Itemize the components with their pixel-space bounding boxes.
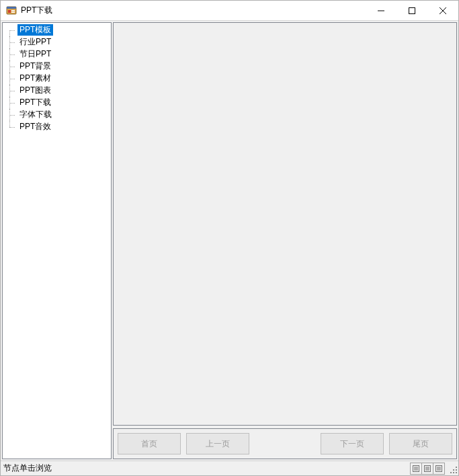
tree-item[interactable]: PPT下载 [3, 97, 111, 109]
tree-item[interactable]: PPT模板 [3, 24, 111, 36]
window-title: PPT下载 [21, 5, 52, 16]
title-bar[interactable]: PPT下载 [1, 1, 458, 21]
tree-item[interactable]: 节日PPT [3, 48, 111, 61]
svg-rect-3 [11, 10, 15, 11]
tree-item[interactable]: PPT图表 [3, 85, 111, 97]
prev-page-button[interactable]: 上一页 [186, 433, 249, 454]
minimize-button[interactable] [366, 1, 397, 21]
tree-item[interactable]: PPT背景 [3, 61, 111, 73]
tree-item-label: PPT下载 [17, 97, 53, 108]
svg-rect-2 [8, 10, 11, 13]
tree-connector [5, 36, 15, 48]
tree-item-label: PPT模板 [17, 24, 53, 36]
tree-item-label: PPT素材 [17, 73, 53, 84]
tree-item-label: 行业PPT [17, 36, 53, 48]
status-text: 节点单击浏览 [3, 463, 52, 474]
tree-connector [5, 85, 15, 97]
svg-line-7 [440, 7, 446, 14]
tree-connector [5, 61, 15, 73]
statusbar-cell-1 [410, 463, 422, 475]
status-bar: 节点单击浏览 [1, 461, 458, 475]
tree-item-label: 节日PPT [17, 48, 53, 60]
app-window: PPT下载 PPT模板行业PPT节日PPTPPT背景PPT素材PPT图表PPT下… [0, 0, 459, 476]
client-area: PPT模板行业PPT节日PPTPPT背景PPT素材PPT图表PPT下载字体下载P… [1, 21, 458, 461]
tree-item[interactable]: PPT音效 [3, 121, 111, 133]
tree-connector [5, 121, 15, 133]
tree-connector [5, 109, 15, 121]
svg-line-8 [440, 7, 446, 14]
content-area [113, 22, 457, 426]
statusbar-cell-3 [433, 463, 445, 475]
svg-rect-6 [409, 7, 415, 13]
first-page-button[interactable]: 首页 [118, 433, 181, 454]
tree-item[interactable]: 行业PPT [3, 36, 111, 48]
app-icon [6, 5, 17, 16]
next-page-button[interactable]: 下一页 [321, 433, 384, 454]
tree-connector [5, 48, 15, 61]
tree-item-label: 字体下载 [17, 109, 54, 120]
svg-rect-1 [7, 7, 16, 9]
tree-item[interactable]: PPT素材 [3, 73, 111, 85]
tree-item-label: PPT音效 [17, 121, 53, 132]
category-tree-panel: PPT模板行业PPT节日PPTPPT背景PPT素材PPT图表PPT下载字体下载P… [2, 22, 112, 459]
tree-item-label: PPT背景 [17, 61, 53, 72]
pager-bar: 首页 上一页 下一页 尾页 [113, 428, 457, 459]
tree-item[interactable]: 字体下载 [3, 109, 111, 121]
tree-connector [5, 73, 15, 85]
category-tree[interactable]: PPT模板行业PPT节日PPTPPT背景PPT素材PPT图表PPT下载字体下载P… [3, 24, 111, 133]
right-panel: 首页 上一页 下一页 尾页 [113, 22, 457, 459]
close-button[interactable] [427, 1, 458, 21]
maximize-button[interactable] [397, 1, 427, 21]
tree-connector [5, 97, 15, 109]
last-page-button[interactable]: 尾页 [389, 433, 452, 454]
statusbar-cell-2 [421, 463, 433, 475]
tree-connector [5, 24, 15, 36]
svg-rect-4 [11, 11, 15, 13]
tree-item-label: PPT图表 [17, 85, 53, 96]
resize-grip[interactable] [446, 463, 458, 475]
